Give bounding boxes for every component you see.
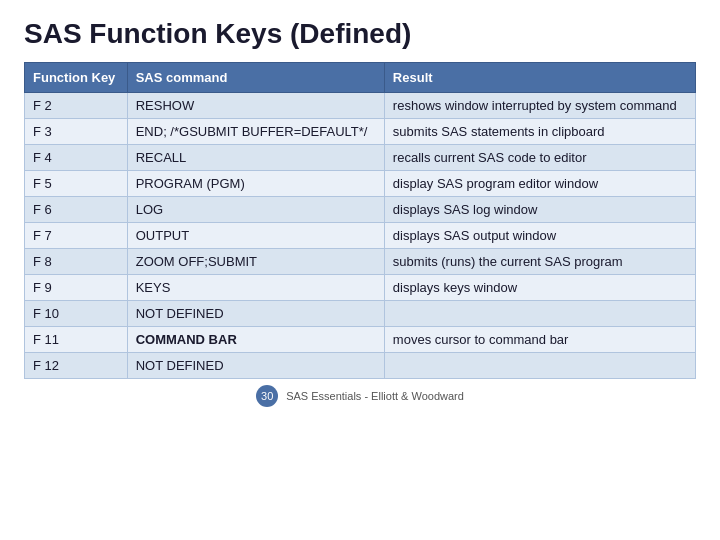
table-row: F 9KEYSdisplays keys window <box>25 275 696 301</box>
table-row: F 8ZOOM OFF;SUBMITsubmits (runs) the cur… <box>25 249 696 275</box>
cell-result: recalls current SAS code to editor <box>384 145 695 171</box>
cell-sas-command: END; /*GSUBMIT BUFFER=DEFAULT*/ <box>127 119 384 145</box>
table-row: F 11COMMAND BARmoves cursor to command b… <box>25 327 696 353</box>
footer-text: SAS Essentials - Elliott & Woodward <box>286 390 464 402</box>
table-row: F 4RECALLrecalls current SAS code to edi… <box>25 145 696 171</box>
cell-sas-command: ZOOM OFF;SUBMIT <box>127 249 384 275</box>
table-row: F 5PROGRAM (PGM)display SAS program edit… <box>25 171 696 197</box>
cell-function-key: F 2 <box>25 93 128 119</box>
cell-result: displays SAS output window <box>384 223 695 249</box>
cell-function-key: F 12 <box>25 353 128 379</box>
cell-function-key: F 11 <box>25 327 128 353</box>
cell-result: moves cursor to command bar <box>384 327 695 353</box>
cell-function-key: F 5 <box>25 171 128 197</box>
footer: 30 SAS Essentials - Elliott & Woodward <box>24 385 696 407</box>
cell-result: reshows window interrupted by system com… <box>384 93 695 119</box>
page-number: 30 <box>256 385 278 407</box>
cell-result <box>384 301 695 327</box>
cell-sas-command: NOT DEFINED <box>127 353 384 379</box>
table-header-row: Function Key SAS command Result <box>25 63 696 93</box>
cell-function-key: F 8 <box>25 249 128 275</box>
cell-sas-command: KEYS <box>127 275 384 301</box>
cell-sas-command: OUTPUT <box>127 223 384 249</box>
table-row: F 2RESHOWreshows window interrupted by s… <box>25 93 696 119</box>
table-row: F 7OUTPUTdisplays SAS output window <box>25 223 696 249</box>
cell-result: displays SAS log window <box>384 197 695 223</box>
col-header-sas-command: SAS command <box>127 63 384 93</box>
cell-sas-command: NOT DEFINED <box>127 301 384 327</box>
table-row: F 10NOT DEFINED <box>25 301 696 327</box>
cell-function-key: F 10 <box>25 301 128 327</box>
cell-function-key: F 4 <box>25 145 128 171</box>
page: SAS Function Keys (Defined) Function Key… <box>0 0 720 540</box>
table-row: F 6LOGdisplays SAS log window <box>25 197 696 223</box>
cell-function-key: F 7 <box>25 223 128 249</box>
cell-result: submits SAS statements in clipboard <box>384 119 695 145</box>
cell-result <box>384 353 695 379</box>
cell-function-key: F 3 <box>25 119 128 145</box>
table-row: F 12NOT DEFINED <box>25 353 696 379</box>
cell-result: submits (runs) the current SAS program <box>384 249 695 275</box>
cell-sas-command: PROGRAM (PGM) <box>127 171 384 197</box>
cell-sas-command: RECALL <box>127 145 384 171</box>
cell-result: displays keys window <box>384 275 695 301</box>
cell-sas-command: LOG <box>127 197 384 223</box>
col-header-function-key: Function Key <box>25 63 128 93</box>
col-header-result: Result <box>384 63 695 93</box>
cell-function-key: F 6 <box>25 197 128 223</box>
cell-function-key: F 9 <box>25 275 128 301</box>
cell-sas-command: COMMAND BAR <box>127 327 384 353</box>
function-keys-table: Function Key SAS command Result F 2RESHO… <box>24 62 696 379</box>
table-row: F 3END; /*GSUBMIT BUFFER=DEFAULT*/submit… <box>25 119 696 145</box>
cell-result: display SAS program editor window <box>384 171 695 197</box>
cell-sas-command: RESHOW <box>127 93 384 119</box>
page-title: SAS Function Keys (Defined) <box>24 18 696 50</box>
